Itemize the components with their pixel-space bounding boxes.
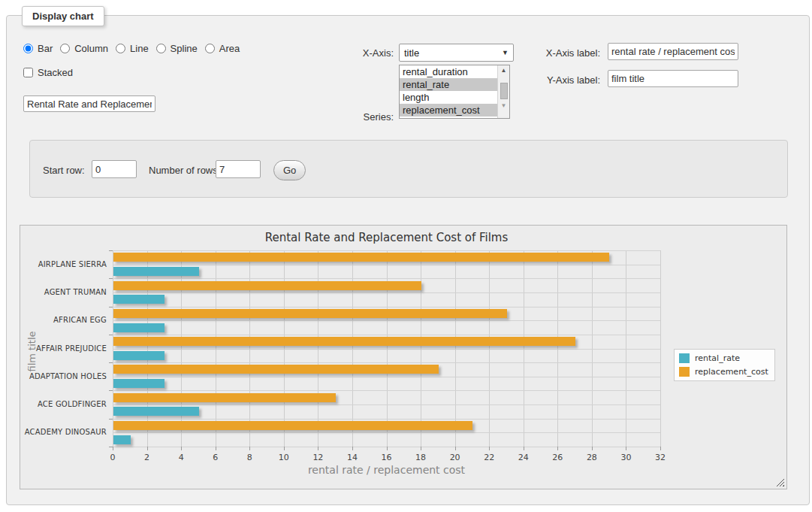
chart-type-option-area: Area [205,43,240,54]
number-of-rows-input[interactable] [216,160,261,178]
gridline [113,335,660,335]
x-tick-label: 18 [415,453,426,462]
series-listbox[interactable]: rental_durationrental_ratelengthreplacem… [399,65,510,119]
chart-type-radio-bar[interactable] [23,44,33,53]
scroll-up-icon[interactable]: ▲ [498,65,509,76]
bar-rental_rate [113,379,165,388]
number-of-rows-label: Number of rows: [149,165,220,176]
legend-swatch [679,353,690,363]
x-tick-mark [387,447,388,450]
x-axis-label-input[interactable] [608,43,738,60]
go-button[interactable]: Go [273,160,306,180]
chart-type-radio-group: BarColumnLineSplineArea [23,43,247,56]
scrollbar-thumb[interactable] [500,83,508,99]
series-option-rental_duration[interactable]: rental_duration [400,65,497,78]
x-tick-label: 24 [518,453,529,462]
bar-replacement_cost [113,393,336,402]
chart-type-radio-line[interactable] [116,44,125,53]
x-tick-label: 0 [110,453,116,462]
bar-rental_rate [113,407,199,416]
category-label: ACE GOLDFINGER [20,400,107,408]
display-chart-panel: Display chart BarColumnLineSplineArea St… [6,15,810,505]
x-tick-mark [592,447,593,450]
bar-rental_rate [113,267,199,276]
start-row-label: Start row: [43,165,85,176]
bar-replacement_cost [113,309,507,318]
gridline [113,362,660,363]
chart-type-radio-column[interactable] [60,44,70,53]
start-row-input[interactable] [92,160,137,178]
chart-type-option-spline: Spline [156,43,198,54]
x-tick-label: 28 [587,453,597,462]
resize-handle-icon[interactable] [776,478,784,486]
gridline [113,419,660,420]
gridline [660,250,661,447]
x-tick-label: 14 [347,453,358,462]
x-tick-mark [113,447,113,450]
x-tick-mark [489,447,490,450]
chart-title: Rental Rate and Replacement Cost of Film… [113,231,660,244]
gridline [113,250,660,251]
series-option-rental_rate[interactable]: rental_rate [400,78,497,91]
y-tick-mark [109,447,113,447]
bar-replacement_cost [113,365,439,374]
bar-replacement_cost [113,281,421,290]
series-option-replacement_cost[interactable]: replacement_cost [400,104,497,117]
y-axis-label-field-label: Y-Axis label: [540,74,600,86]
series-option-length[interactable]: length [400,91,497,104]
category-label: AIRPLANE SIERRA [20,260,107,268]
bar-replacement_cost [113,421,472,430]
x-tick-label: 12 [312,453,323,462]
category-label: AFFAIR PREJUDICE [20,344,107,353]
bar-replacement_cost [113,337,575,346]
row-range-panel: Start row: Number of rows: Go [29,140,788,198]
x-axis-select[interactable]: title ▼ [399,44,514,62]
chart-container: Rental Rate and Replacement Cost of Film… [20,225,787,489]
x-tick-mark [421,447,421,450]
x-tick-mark [626,447,626,450]
scroll-down-icon[interactable]: ▼ [498,101,509,111]
chart-legend: rental_ratereplacement_cost [674,349,775,381]
legend-item: rental_rate [679,353,768,363]
bar-rental_rate [113,295,165,304]
legend-label: rental_rate [695,353,740,363]
chart-title-input[interactable] [23,95,155,112]
bar-rental_rate [113,351,165,360]
category-label: AGENT TRUMAN [20,288,107,296]
stacked-checkbox[interactable] [23,68,33,77]
x-tick-mark [249,447,250,450]
category-label: ACADEMY DINOSAUR [20,428,107,436]
y-tick-mark [109,307,113,308]
gridline [113,307,660,308]
y-tick-mark [109,250,113,251]
chart-type-radio-label: Spline [171,43,198,54]
x-axis-select-value: title [404,47,419,59]
x-tick-label: 26 [552,453,563,462]
x-tick-label: 10 [279,453,289,462]
y-axis-label-input[interactable] [608,70,738,87]
x-tick-mark [352,447,353,450]
y-tick-mark [109,390,113,391]
x-tick-mark [318,447,318,450]
chart-type-radio-area[interactable] [205,44,215,53]
legend-item: replacement_cost [679,367,768,377]
gridline [113,390,660,391]
gridline [113,320,660,321]
series-scrollbar[interactable]: ▲ ▼ [497,65,509,118]
y-tick-mark [109,362,113,363]
category-label: ADAPTATION HOLES [20,372,107,380]
x-tick-mark [284,447,285,450]
chart-type-radio-spline[interactable] [156,44,166,53]
legend-swatch [679,367,690,377]
chart-type-option-line: Line [116,43,149,54]
chart-x-axis-label: rental rate / replacement cost [113,464,660,476]
x-axis-label-field-label: X-Axis label: [540,47,600,59]
tab-display-chart[interactable]: Display chart [22,6,104,26]
x-tick-mark [455,447,456,450]
y-tick-mark [109,419,113,420]
bar-replacement_cost [113,253,609,262]
x-tick-label: 8 [247,453,252,462]
gridline [113,432,660,433]
gridline [113,265,660,265]
x-tick-mark [216,447,216,450]
